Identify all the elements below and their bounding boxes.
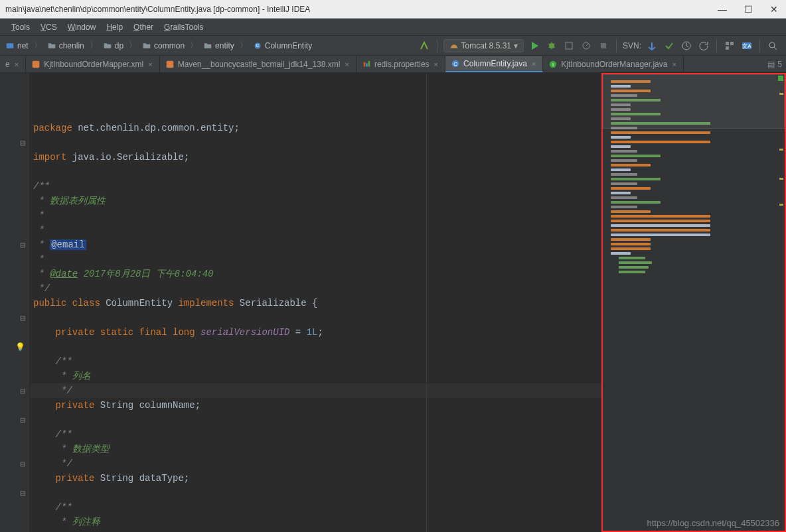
gutter-row[interactable]: [0, 427, 29, 442]
gutter-row[interactable]: [0, 369, 29, 383]
intention-bulb-icon[interactable]: 💡: [15, 342, 25, 352]
gutter-row[interactable]: [0, 325, 29, 340]
title-bar: main\java\net\chenlin\dp\common\entity\C…: [0, 0, 786, 19]
maximize-button[interactable]: ☐: [742, 3, 755, 16]
close-icon[interactable]: ×: [433, 60, 439, 68]
tab-redis-props[interactable]: redis.properties ×: [356, 56, 445, 72]
project-structure-button[interactable]: [723, 39, 736, 52]
minimize-button[interactable]: —: [715, 3, 730, 16]
close-icon[interactable]: ×: [343, 60, 350, 68]
tab-maven-xml[interactable]: Maven__bouncycastle_bcmail_jdk14_138.xml…: [160, 56, 356, 72]
xml-icon: [31, 60, 40, 69]
tab-scroll-left[interactable]: e×: [0, 56, 26, 72]
fold-open-icon[interactable]: ⊟: [20, 139, 25, 147]
close-icon[interactable]: ×: [147, 60, 153, 68]
gutter-row[interactable]: [0, 92, 29, 106]
gutter-row[interactable]: [0, 208, 29, 223]
gutter-row[interactable]: [0, 500, 29, 515]
menu-tools[interactable]: Tools: [7, 21, 35, 33]
window-title: main\java\net\chenlin\dp\common\entity\C…: [5, 5, 715, 14]
svn-commit-button[interactable]: [663, 39, 676, 52]
gutter-row[interactable]: ⊟: [0, 237, 29, 252]
menu-vcs[interactable]: VCS: [36, 21, 62, 33]
gutter-row[interactable]: [0, 267, 29, 281]
fold-close-icon[interactable]: ⊟: [20, 417, 25, 424]
chevron-left-icon: e: [5, 60, 10, 69]
menu-other[interactable]: Other: [129, 21, 158, 33]
menu-grailstools[interactable]: GrailsTools: [159, 21, 208, 33]
minimap-viewport[interactable]: [603, 74, 785, 129]
gutter[interactable]: ⊟⊟⊟💡⊟⊟⊟⊟: [0, 73, 29, 532]
tab-manager-java[interactable]: I KjtInboundOrderManager.java ×: [543, 56, 684, 72]
tab-label: Maven__bouncycastle_bcmail_jdk14_138.xml: [178, 60, 341, 69]
breadcrumb-net[interactable]: net: [3, 40, 31, 52]
module-icon: [5, 42, 15, 50]
folder-icon: [142, 42, 151, 50]
coverage-button[interactable]: [562, 39, 576, 52]
gutter-row[interactable]: [0, 77, 29, 92]
gutter-row[interactable]: [0, 179, 29, 194]
gutter-row[interactable]: ⊟: [0, 486, 29, 500]
svn-update-button[interactable]: [645, 39, 659, 52]
error-stripe[interactable]: [778, 74, 783, 531]
fold-open-icon[interactable]: ⊟: [20, 387, 25, 395]
breadcrumb-label: common: [154, 41, 185, 50]
close-window-button[interactable]: ✕: [767, 3, 781, 16]
gutter-row[interactable]: ⊟: [0, 135, 29, 150]
run-button[interactable]: [528, 39, 541, 52]
gutter-row[interactable]: [0, 442, 29, 456]
gutter-row[interactable]: 💡: [0, 340, 29, 354]
gutter-row[interactable]: [0, 281, 29, 296]
gutter-row[interactable]: [0, 471, 29, 486]
debug-button[interactable]: [545, 39, 558, 52]
breadcrumb-chenlin[interactable]: chenlin: [44, 40, 87, 52]
svn-history-button[interactable]: [680, 39, 693, 52]
svg-rect-15: [166, 60, 173, 68]
profile-button[interactable]: [580, 39, 593, 52]
minimap[interactable]: [601, 73, 786, 532]
close-icon[interactable]: ×: [670, 60, 677, 68]
stop-button[interactable]: [597, 39, 610, 52]
gutter-row[interactable]: [0, 106, 29, 121]
breadcrumb-dp[interactable]: dp: [100, 40, 126, 52]
build-button[interactable]: [418, 39, 431, 52]
gutter-row[interactable]: [0, 194, 29, 208]
fold-close-icon[interactable]: ⊟: [20, 490, 25, 497]
run-config-selector[interactable]: Tomcat 8.5.31 ▾: [443, 39, 524, 52]
gutter-row[interactable]: ⊟: [0, 310, 29, 325]
gutter-row[interactable]: [0, 150, 29, 165]
menu-window[interactable]: Window: [63, 21, 101, 33]
gutter-row[interactable]: [0, 165, 29, 179]
fold-open-icon[interactable]: ⊟: [20, 314, 25, 322]
gutter-row[interactable]: ⊟: [0, 456, 29, 471]
search-everywhere-button[interactable]: [766, 39, 779, 52]
svn-revert-button[interactable]: [697, 39, 710, 52]
tab-columnentity[interactable]: C ColumnEntity.java ×: [445, 56, 543, 72]
gutter-row[interactable]: [0, 296, 29, 310]
gutter-row[interactable]: ⊟: [0, 413, 29, 427]
tab-overflow[interactable]: ▤ 5: [763, 56, 786, 72]
gutter-row[interactable]: ⊟: [0, 383, 29, 398]
fold-close-icon[interactable]: ⊟: [20, 241, 25, 249]
breadcrumb-class[interactable]: C ColumnEntity: [250, 40, 315, 52]
breadcrumb-sep: 〉: [238, 40, 249, 51]
breadcrumb-label: dp: [115, 41, 123, 50]
close-icon[interactable]: ×: [530, 60, 537, 68]
fold-open-icon[interactable]: ⊟: [20, 460, 25, 468]
gutter-row[interactable]: [0, 121, 29, 135]
tab-mapper-xml[interactable]: KjtInboundOrderMapper.xml ×: [26, 56, 160, 72]
gutter-row[interactable]: [0, 354, 29, 369]
breadcrumb-common[interactable]: common: [139, 40, 187, 52]
breadcrumb-entity[interactable]: entity: [200, 40, 237, 52]
close-icon[interactable]: ×: [13, 60, 20, 68]
translate-button[interactable]: 文A: [740, 39, 753, 52]
properties-icon: [362, 60, 371, 69]
breadcrumb-label: ColumnEntity: [265, 41, 312, 50]
svg-rect-10: [726, 46, 729, 50]
tomcat-icon: [449, 41, 459, 50]
gutter-row[interactable]: [0, 252, 29, 267]
svg-rect-4: [566, 42, 572, 49]
gutter-row[interactable]: [0, 223, 29, 237]
gutter-row[interactable]: [0, 398, 29, 413]
menu-help[interactable]: Help: [102, 21, 127, 33]
